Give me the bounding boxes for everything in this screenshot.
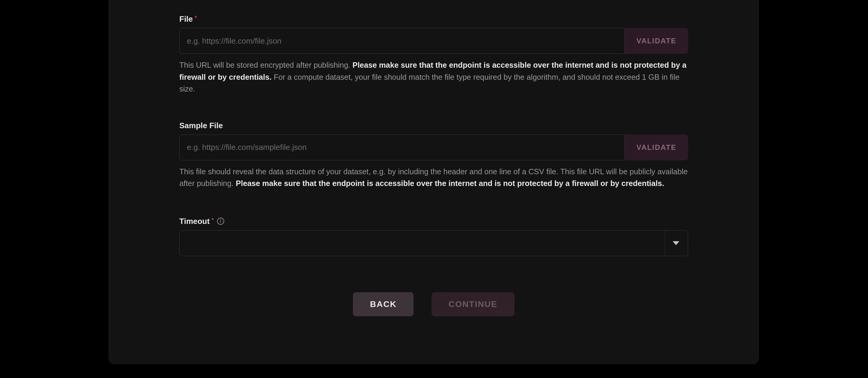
timeout-select[interactable]: [179, 230, 688, 256]
timeout-label: Timeout *: [179, 217, 688, 226]
sample-file-field-group: Sample File VALIDATE This file should re…: [179, 121, 688, 190]
file-label: File *: [179, 14, 688, 24]
back-button[interactable]: BACK: [353, 292, 413, 316]
sample-file-label: Sample File: [179, 121, 688, 130]
file-label-text: File: [179, 14, 193, 24]
chevron-down-icon: [665, 231, 687, 256]
sample-file-help-text: This file should reveal the data structu…: [179, 166, 688, 190]
file-help-prefix: This URL will be stored encrypted after …: [179, 61, 352, 69]
file-field-group: File * VALIDATE This URL will be stored …: [179, 14, 688, 95]
info-icon[interactable]: [217, 217, 224, 225]
required-indicator: *: [212, 217, 214, 224]
timeout-label-text: Timeout: [179, 217, 210, 226]
sample-file-validate-button[interactable]: VALIDATE: [625, 135, 688, 161]
sample-file-url-input[interactable]: [179, 135, 625, 161]
sample-file-label-text: Sample File: [179, 121, 223, 130]
continue-button[interactable]: CONTINUE: [432, 292, 514, 316]
file-url-input[interactable]: [179, 28, 625, 54]
timeout-field-group: Timeout *: [179, 217, 688, 256]
form-panel: File * VALIDATE This URL will be stored …: [108, 0, 759, 364]
svg-point-2: [221, 219, 221, 220]
file-input-row: VALIDATE: [179, 28, 688, 54]
file-help-text: This URL will be stored encrypted after …: [179, 59, 688, 95]
file-validate-button[interactable]: VALIDATE: [625, 28, 688, 54]
sample-file-input-row: VALIDATE: [179, 135, 688, 161]
sample-file-help-bold: Please make sure that the endpoint is ac…: [236, 179, 664, 187]
button-row: BACK CONTINUE: [179, 292, 688, 316]
required-indicator: *: [195, 14, 197, 21]
